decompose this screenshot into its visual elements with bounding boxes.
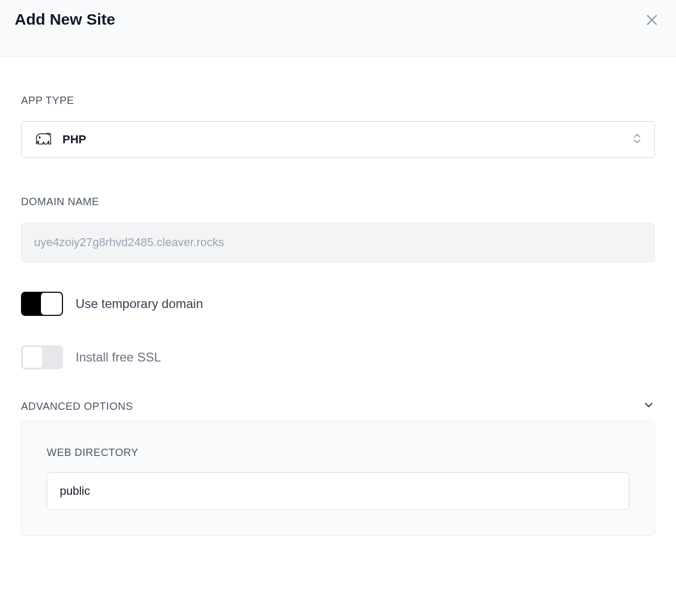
dialog-header: Add New Site <box>0 0 676 57</box>
toggle-knob <box>22 346 43 368</box>
svg-point-2 <box>39 137 40 138</box>
temp-domain-label: Use temporary domain <box>76 296 203 311</box>
dialog-title: Add New Site <box>15 10 115 28</box>
advanced-options-toggle[interactable]: ADVANCED OPTIONS <box>21 399 655 413</box>
web-directory-input[interactable] <box>47 472 629 510</box>
php-elephant-icon <box>34 132 53 147</box>
ssl-toggle[interactable] <box>21 345 63 369</box>
temp-domain-toggle[interactable] <box>21 292 63 316</box>
web-directory-label: WEB DIRECTORY <box>47 447 629 459</box>
chevron-down-icon <box>642 399 655 413</box>
app-type-selected: PHP <box>34 132 86 147</box>
domain-name-label: DOMAIN NAME <box>21 196 655 208</box>
ssl-row: Install free SSL <box>21 345 655 369</box>
advanced-options-label: ADVANCED OPTIONS <box>21 400 133 412</box>
ssl-label: Install free SSL <box>76 350 161 365</box>
close-icon <box>645 21 659 29</box>
select-chevrons-icon <box>632 132 642 147</box>
advanced-options-panel: WEB DIRECTORY <box>21 421 655 536</box>
app-type-select[interactable]: PHP <box>21 121 655 158</box>
temp-domain-row: Use temporary domain <box>21 292 655 316</box>
close-button[interactable] <box>642 10 661 31</box>
app-type-label: APP TYPE <box>21 94 655 107</box>
dialog-body: APP TYPE PHP DOMAIN NAME Use temporary d <box>0 57 676 557</box>
toggle-knob <box>41 293 62 315</box>
domain-name-input <box>21 222 655 262</box>
app-type-value: PHP <box>62 133 86 146</box>
